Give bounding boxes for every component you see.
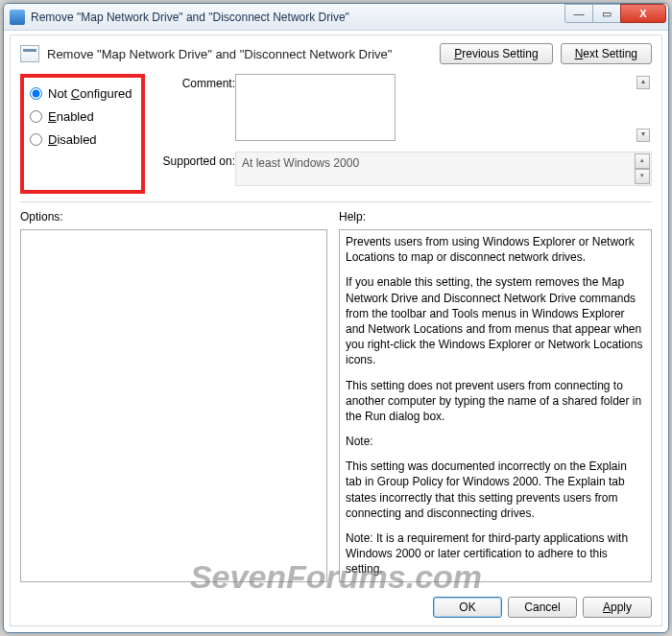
previous-setting-button[interactable]: Previous Setting — [440, 43, 552, 64]
minimize-button[interactable]: — — [564, 4, 593, 23]
comment-label: Comment: — [156, 74, 235, 144]
state-radio-group: Not Configured Enabled Disabled — [20, 74, 145, 194]
next-setting-button[interactable]: Next Setting — [561, 43, 652, 64]
help-text: This setting does not prevent users from… — [346, 378, 645, 425]
window-icon — [10, 10, 25, 25]
policy-icon — [20, 45, 39, 62]
options-box — [20, 229, 327, 582]
scroll-down-icon[interactable]: ▾ — [636, 129, 650, 142]
help-text: Note: It is a requirement for third-part… — [346, 530, 645, 577]
radio-disabled-input[interactable] — [30, 133, 42, 146]
options-label: Options: — [20, 210, 327, 224]
policy-title: Remove "Map Network Drive" and "Disconne… — [47, 47, 440, 61]
ok-button[interactable]: OK — [433, 597, 502, 618]
comment-textarea[interactable] — [235, 74, 396, 141]
scroll-up-icon[interactable]: ▴ — [636, 76, 650, 89]
help-text: This setting was documented incorrectly … — [346, 459, 645, 521]
dialog-window: Remove "Map Network Drive" and "Disconne… — [3, 3, 669, 633]
radio-disabled[interactable]: Disabled — [30, 132, 133, 147]
cancel-button[interactable]: Cancel — [508, 597, 577, 618]
help-label: Help: — [339, 210, 652, 224]
supported-on-value: At least Windows 2000 ▴▾ — [235, 152, 652, 186]
help-text: If you enable this setting, the system r… — [346, 274, 645, 367]
apply-button[interactable]: Apply — [583, 597, 652, 618]
window-controls: — ▭ X — [565, 4, 666, 23]
title-bar[interactable]: Remove "Map Network Drive" and "Disconne… — [4, 4, 668, 31]
divider — [20, 201, 652, 202]
help-box[interactable]: Prevents users from using Windows Explor… — [339, 229, 652, 582]
supported-scroll[interactable]: ▴▾ — [635, 153, 650, 184]
radio-enabled[interactable]: Enabled — [30, 109, 133, 124]
help-text: Prevents users from using Windows Explor… — [346, 234, 645, 265]
close-button[interactable]: X — [620, 4, 666, 23]
radio-not-configured-input[interactable] — [30, 87, 42, 100]
header-row: Remove "Map Network Drive" and "Disconne… — [11, 35, 661, 70]
window-title: Remove "Map Network Drive" and "Disconne… — [31, 11, 349, 24]
supported-label: Supported on: — [156, 152, 235, 186]
help-text: Note: — [346, 434, 645, 449]
radio-not-configured[interactable]: Not Configured — [30, 86, 133, 101]
client-area: Remove "Map Network Drive" and "Disconne… — [10, 35, 662, 626]
maximize-button[interactable]: ▭ — [592, 4, 621, 23]
radio-enabled-input[interactable] — [30, 110, 42, 123]
dialog-footer: OK Cancel Apply — [433, 597, 652, 618]
